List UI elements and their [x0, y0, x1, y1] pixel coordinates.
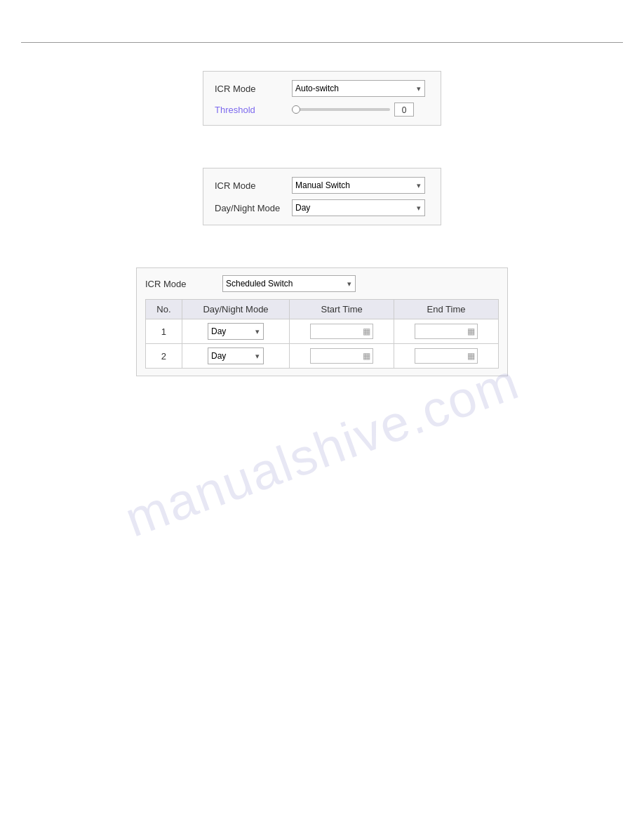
- scheduled-icr-row: ICR Mode Auto-switch Manual Switch Sched…: [145, 275, 499, 292]
- scheduled-icr-label: ICR Mode: [145, 279, 222, 289]
- row1-endtime-cell: ▦: [394, 319, 499, 344]
- manual-daynight-select-wrapper[interactable]: Day Night: [292, 199, 425, 216]
- col-no: No.: [146, 300, 182, 319]
- manual-section: ICR Mode Auto-switch Manual Switch Sched…: [21, 168, 623, 225]
- manual-icr-label: ICR Mode: [215, 180, 292, 191]
- row2-daynight-select-wrapper[interactable]: Day Night: [208, 348, 264, 364]
- row1-endtime-wrapper[interactable]: ▦: [415, 324, 478, 339]
- row1-daynight-cell: Day Night: [182, 319, 289, 344]
- autoswitch-icr-select[interactable]: Auto-switch Manual Switch Scheduled Swit…: [292, 80, 425, 97]
- row2-starttime-wrapper[interactable]: ▦: [310, 348, 373, 364]
- row1-starttime-cell: ▦: [290, 319, 394, 344]
- table-header-row: No. Day/Night Mode Start Time End Time: [146, 300, 499, 319]
- threshold-value: 0: [394, 102, 414, 117]
- row1-no: 1: [146, 319, 182, 344]
- scheduled-box: ICR Mode Auto-switch Manual Switch Sched…: [136, 267, 508, 376]
- autoswitch-section: ICR Mode Auto-switch Manual Switch Sched…: [21, 71, 623, 126]
- col-endtime: End Time: [394, 300, 499, 319]
- slider-container: 0: [292, 102, 414, 117]
- manual-icr-row: ICR Mode Auto-switch Manual Switch Sched…: [215, 177, 429, 194]
- threshold-slider-track[interactable]: [292, 108, 390, 111]
- row2-daynight-cell: Day Night: [182, 344, 289, 369]
- scheduled-section: ICR Mode Auto-switch Manual Switch Sched…: [21, 267, 623, 376]
- row2-daynight-select[interactable]: Day Night: [208, 348, 264, 364]
- row2-starttime-cell: ▦: [290, 344, 394, 369]
- col-daynight: Day/Night Mode: [182, 300, 289, 319]
- row1-endtime-input[interactable]: [415, 324, 478, 339]
- table-row: 1 Day Night ▦: [146, 319, 499, 344]
- row2-endtime-cell: ▦: [394, 344, 499, 369]
- row1-starttime-wrapper[interactable]: ▦: [310, 324, 373, 339]
- row2-no: 2: [146, 344, 182, 369]
- row2-endtime-input[interactable]: [415, 348, 478, 364]
- row2-starttime-input[interactable]: [310, 348, 373, 364]
- scheduled-table: No. Day/Night Mode Start Time End Time 1: [145, 299, 499, 369]
- row1-daynight-select[interactable]: Day Night: [208, 323, 264, 340]
- autoswitch-icr-row: ICR Mode Auto-switch Manual Switch Sched…: [215, 80, 429, 97]
- autoswitch-icr-label: ICR Mode: [215, 84, 292, 94]
- manual-daynight-label: Day/Night Mode: [215, 203, 292, 213]
- manual-box: ICR Mode Auto-switch Manual Switch Sched…: [203, 168, 441, 225]
- row2-endtime-wrapper[interactable]: ▦: [415, 348, 478, 364]
- manual-daynight-row: Day/Night Mode Day Night: [215, 199, 429, 216]
- threshold-row: Threshold 0: [215, 102, 429, 117]
- threshold-label: Threshold: [215, 105, 292, 115]
- col-starttime: Start Time: [290, 300, 394, 319]
- table-row: 2 Day Night ▦: [146, 344, 499, 369]
- autoswitch-icr-select-wrapper[interactable]: Auto-switch Manual Switch Scheduled Swit…: [292, 80, 425, 97]
- row1-starttime-input[interactable]: [310, 324, 373, 339]
- autoswitch-box: ICR Mode Auto-switch Manual Switch Sched…: [203, 71, 441, 126]
- row1-daynight-select-wrapper[interactable]: Day Night: [208, 323, 264, 340]
- manual-icr-select[interactable]: Auto-switch Manual Switch Scheduled Swit…: [292, 177, 425, 194]
- manual-daynight-select[interactable]: Day Night: [292, 199, 425, 216]
- threshold-slider-thumb[interactable]: [292, 105, 300, 114]
- scheduled-icr-select-wrapper[interactable]: Auto-switch Manual Switch Scheduled Swit…: [222, 275, 356, 292]
- manual-icr-select-wrapper[interactable]: Auto-switch Manual Switch Scheduled Swit…: [292, 177, 425, 194]
- scheduled-icr-select[interactable]: Auto-switch Manual Switch Scheduled Swit…: [222, 275, 356, 292]
